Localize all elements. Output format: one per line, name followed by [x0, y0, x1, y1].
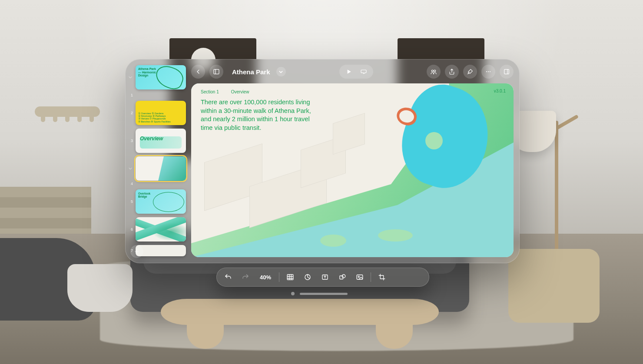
- play-controls: [339, 65, 373, 79]
- sidebar-toggle-button[interactable]: [209, 65, 223, 79]
- slide-canvas[interactable]: Section 1 Overview v3.0.1 There are over…: [191, 83, 514, 257]
- undo-button[interactable]: [222, 271, 234, 283]
- insert-table-button[interactable]: [285, 271, 296, 283]
- version-label: v3.0.1: [494, 89, 506, 93]
- play-button[interactable]: [342, 65, 356, 79]
- svg-rect-0: [214, 69, 219, 74]
- edit-toolbar: 40%: [216, 268, 429, 287]
- window-grabber[interactable]: [300, 293, 348, 295]
- section-number: Section 1: [201, 89, 219, 94]
- toolbar-separator: [279, 272, 279, 282]
- zoom-level[interactable]: 40%: [257, 274, 274, 281]
- app-window: Athena Park — Harmonic Design 1 2 ① Over…: [125, 59, 520, 263]
- slide-number: 3: [128, 139, 133, 143]
- rehearse-button[interactable]: [357, 65, 371, 79]
- room-basket: [67, 264, 133, 312]
- slide-thumbnail[interactable]: [136, 217, 186, 242]
- section-name: Overview: [231, 89, 249, 94]
- inspector-button[interactable]: [500, 65, 514, 79]
- section-collapse-caret[interactable]: [128, 75, 133, 79]
- section-collapse-caret[interactable]: [128, 166, 133, 171]
- slide-navigator[interactable]: Athena Park — Harmonic Design 1 2 ① Over…: [125, 59, 190, 263]
- insert-media-button[interactable]: [354, 271, 365, 283]
- share-button[interactable]: [445, 65, 459, 79]
- map-island: [425, 132, 443, 149]
- slide-body-text[interactable]: There are over 100,000 residents living …: [201, 98, 322, 132]
- map-island: [320, 235, 346, 247]
- crop-button[interactable]: [376, 271, 388, 283]
- wall-hooks: [35, 106, 100, 117]
- document-title: Athena Park: [232, 68, 270, 76]
- thumbnail-title: Overlook Bridge: [138, 192, 150, 198]
- slide-number: 2: [128, 111, 133, 115]
- redo-button: [240, 271, 251, 283]
- thumbnail-title: Athena Park — Harmonic Design: [138, 67, 164, 77]
- window-move-dot[interactable]: [291, 292, 295, 295]
- editor-main: Athena Park: [190, 59, 520, 263]
- slide-header: Section 1 Overview: [201, 89, 249, 94]
- document-menu-button[interactable]: [276, 67, 286, 76]
- slide-number: 4: [128, 182, 133, 186]
- svg-rect-6: [504, 69, 509, 74]
- slide-thumbnail[interactable]: Athena Park — Harmonic Design: [136, 65, 186, 89]
- toolbar-separator: [371, 272, 371, 282]
- thumbnail-title: Overview: [140, 136, 163, 142]
- slide-number: 1: [128, 93, 133, 97]
- room-chair: [508, 249, 600, 323]
- svg-point-11: [342, 275, 345, 278]
- svg-point-13: [358, 276, 359, 278]
- insert-text-button[interactable]: [319, 271, 331, 283]
- svg-point-3: [486, 71, 487, 72]
- svg-rect-7: [287, 275, 293, 280]
- svg-point-1: [431, 70, 433, 72]
- svg-point-4: [488, 71, 489, 72]
- collaborate-button[interactable]: [427, 65, 441, 79]
- svg-point-5: [490, 71, 491, 72]
- slide-number: 5: [128, 199, 133, 204]
- room-coffee-table: [161, 299, 439, 349]
- insert-shape-button[interactable]: [337, 271, 348, 283]
- slide-thumbnail-selected[interactable]: [136, 156, 186, 181]
- more-button[interactable]: [481, 65, 495, 79]
- thumbnail-text: ① Overview ⑤ Gardens ② Structures ⑥ Path…: [138, 112, 171, 123]
- slide-number: 6: [128, 227, 133, 232]
- svg-point-2: [434, 70, 436, 72]
- map-island: [378, 229, 413, 242]
- slide-thumbnail[interactable]: Overview: [136, 129, 186, 153]
- slide-thumbnail[interactable]: ① Overview ⑤ Gardens ② Structures ⑥ Path…: [136, 101, 186, 125]
- add-slide-button[interactable]: [130, 245, 143, 258]
- slide-thumbnail[interactable]: Overlook Bridge: [136, 189, 186, 214]
- window-toolbar: Athena Park: [191, 64, 514, 79]
- insert-chart-button[interactable]: [302, 271, 313, 283]
- format-button[interactable]: [463, 65, 477, 79]
- back-button[interactable]: [191, 65, 205, 79]
